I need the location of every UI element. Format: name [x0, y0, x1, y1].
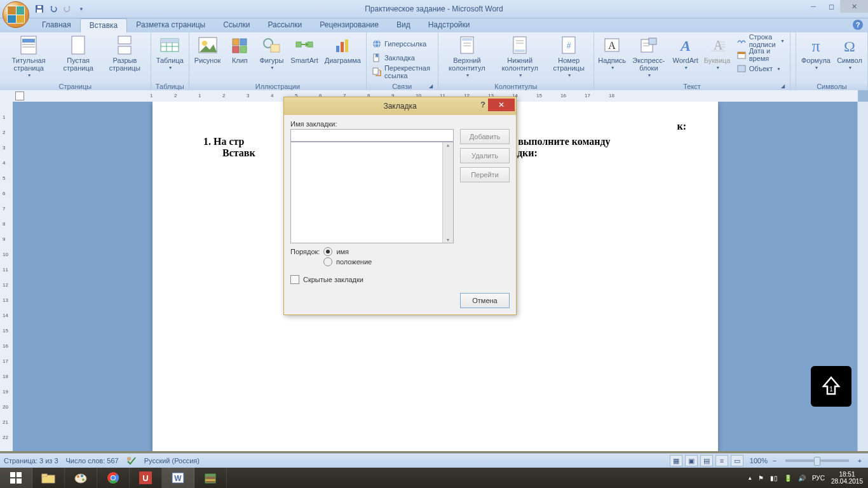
- add-button[interactable]: Добавить: [460, 129, 510, 144]
- object-button[interactable]: Объект▼: [734, 62, 787, 76]
- undo-icon[interactable]: [47, 3, 60, 15]
- chrome-icon[interactable]: [97, 468, 130, 488]
- vertical-scrollbar[interactable]: [857, 102, 868, 451]
- status-bar: Страница: 3 из 3 Число слов: 567 Русский…: [0, 453, 868, 468]
- tab-selector[interactable]: [15, 92, 24, 100]
- pagenum-button[interactable]: #Номер страницы▼: [546, 34, 591, 81]
- zoom-slider[interactable]: [785, 459, 849, 462]
- clip-button[interactable]: Клип: [224, 34, 255, 65]
- wordart-button[interactable]: AWordArt▼: [670, 34, 701, 73]
- dialog-help-icon[interactable]: ?: [480, 100, 485, 109]
- tray-time: 18:51: [831, 471, 863, 478]
- hyperlink-button[interactable]: Гиперссылка: [369, 37, 429, 51]
- spell-check-icon[interactable]: [126, 456, 137, 465]
- qat-customize-icon[interactable]: ▼: [75, 3, 88, 15]
- smartart-button[interactable]: SmartArt: [288, 34, 320, 65]
- tab-review[interactable]: Рецензирование: [311, 18, 388, 32]
- textbox-button[interactable]: AНадпись▼: [597, 34, 627, 73]
- crossref-button[interactable]: Перекрестная ссылка: [369, 65, 435, 79]
- tab-references[interactable]: Ссылки: [214, 18, 259, 32]
- status-words[interactable]: Число слов: 567: [66, 457, 119, 464]
- tray-language[interactable]: РУС: [812, 475, 825, 482]
- bookmark-list-scrollbar[interactable]: [442, 142, 453, 243]
- page-break-button[interactable]: Разрыв страницы: [102, 34, 148, 73]
- zoom-in-button[interactable]: +: [855, 457, 864, 464]
- svg-rect-19: [240, 39, 247, 45]
- tray-expand-icon[interactable]: ▴: [749, 475, 752, 481]
- tab-view[interactable]: Вид: [388, 18, 419, 32]
- battery-icon[interactable]: 🔋: [784, 475, 792, 482]
- quickparts-button[interactable]: Экспресс-блоки▼: [628, 34, 669, 81]
- tab-addins[interactable]: Надстройки: [419, 18, 479, 32]
- picture-button[interactable]: Рисунок: [192, 34, 224, 65]
- help-icon[interactable]: ?: [853, 20, 863, 30]
- view-fullscreen[interactable]: ▣: [685, 455, 698, 466]
- dropcap-button[interactable]: AБуквица▼: [702, 34, 733, 73]
- blank-page-button[interactable]: Пустая страница: [56, 34, 100, 73]
- save-icon[interactable]: [33, 3, 46, 15]
- shapes-button[interactable]: Фигуры▼: [256, 34, 287, 73]
- group-tables: Таблица▼ Таблицы: [151, 32, 189, 91]
- zoom-out-button[interactable]: −: [770, 457, 779, 464]
- bookmark-name-input[interactable]: [290, 129, 454, 142]
- hidden-bookmarks-checkbox[interactable]: [290, 275, 299, 284]
- app-red-icon[interactable]: U: [130, 468, 162, 488]
- view-outline[interactable]: ≡: [715, 455, 728, 466]
- svg-rect-66: [17, 478, 22, 484]
- bookmark-dialog: Закладка ? ✕ Имя закладки: Порядок: имя …: [283, 97, 517, 315]
- tab-insert[interactable]: Вставка: [80, 18, 128, 32]
- symbol-button[interactable]: ΩСимвол▼: [834, 34, 865, 73]
- maximize-button[interactable]: ◻: [822, 0, 840, 13]
- cover-page-button[interactable]: Титульная страница▼: [3, 34, 55, 81]
- chart-button[interactable]: Диаграмма: [322, 34, 363, 65]
- svg-rect-7: [72, 36, 85, 54]
- svg-rect-57: [738, 52, 745, 54]
- zoom-value[interactable]: 100%: [750, 457, 768, 464]
- dialog-close-button[interactable]: ✕: [488, 98, 515, 111]
- flag-icon[interactable]: ⚑: [758, 475, 764, 482]
- dialog-titlebar[interactable]: Закладка ? ✕: [284, 97, 516, 115]
- tab-mailings[interactable]: Рассылки: [259, 18, 311, 32]
- datetime-button[interactable]: Дата и время: [734, 48, 787, 62]
- status-language[interactable]: Русский (Россия): [144, 457, 200, 464]
- bookmark-button[interactable]: Закладка: [369, 51, 417, 65]
- signature-button[interactable]: Строка подписи▼: [734, 34, 787, 48]
- delete-button[interactable]: Удалить: [460, 148, 510, 163]
- bookmark-list[interactable]: [290, 142, 454, 243]
- formula-button[interactable]: πФормула▼: [799, 34, 833, 73]
- table-button[interactable]: Таблица▼: [154, 34, 186, 73]
- svg-rect-26: [336, 46, 339, 52]
- goto-button[interactable]: Перейти: [460, 167, 510, 182]
- cancel-button[interactable]: Отмена: [460, 293, 510, 308]
- start-button[interactable]: [0, 468, 32, 488]
- tab-home[interactable]: Главная: [33, 18, 80, 32]
- sort-name-radio[interactable]: [323, 247, 332, 256]
- svg-text:W: W: [174, 474, 182, 483]
- close-button[interactable]: ✕: [840, 0, 868, 13]
- paint-icon[interactable]: [65, 468, 97, 488]
- view-web[interactable]: ▤: [700, 455, 713, 466]
- view-print-layout[interactable]: ▦: [670, 455, 682, 466]
- view-draft[interactable]: ▭: [731, 455, 743, 466]
- winrar-icon[interactable]: [194, 468, 227, 488]
- volume-icon[interactable]: 🔊: [798, 475, 806, 482]
- office-button[interactable]: [3, 1, 29, 28]
- word-icon[interactable]: W: [162, 468, 194, 488]
- vertical-ruler[interactable]: 12345678910111213141516171819202122: [0, 90, 13, 451]
- explorer-icon[interactable]: [32, 468, 65, 488]
- redo-icon[interactable]: [61, 3, 74, 15]
- overlay-upload-icon[interactable]: 1: [811, 366, 851, 407]
- network-icon[interactable]: ▮▯: [770, 475, 778, 482]
- svg-rect-9: [118, 46, 131, 54]
- svg-rect-1: [37, 10, 42, 13]
- status-page[interactable]: Страница: 3 из 3: [4, 457, 58, 464]
- svg-rect-21: [240, 46, 247, 53]
- tray-clock[interactable]: 18:51 28.04.2015: [831, 471, 863, 485]
- header-button[interactable]: Верхний колонтитул▼: [441, 34, 494, 81]
- group-illustrations: Рисунок Клип Фигуры▼ SmartArt Диаграмма …: [189, 32, 367, 91]
- sort-position-radio[interactable]: [323, 257, 332, 266]
- minimize-button[interactable]: ─: [804, 0, 822, 13]
- footer-button[interactable]: Нижний колонтитул▼: [494, 34, 545, 81]
- tab-pagelayout[interactable]: Разметка страницы: [127, 18, 214, 32]
- group-symbols: πФормула▼ ΩСимвол▼ Символы: [796, 32, 868, 91]
